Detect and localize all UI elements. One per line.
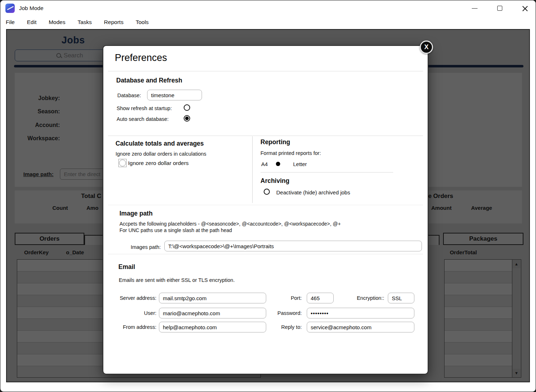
close-window-button[interactable] — [518, 3, 532, 14]
archiving-section-heading: Archiving — [260, 177, 290, 185]
reporting-description: Format printed reports for: — [260, 150, 321, 156]
user-input[interactable]: mario@acmephoto.com — [159, 308, 266, 318]
dialog-close-button[interactable]: X — [420, 41, 433, 54]
encryption-value: SSL — [392, 295, 402, 301]
port-value: 465 — [311, 295, 320, 301]
database-value: timestone — [151, 92, 174, 98]
reply-to-value: service@acmephoto.com — [311, 324, 371, 330]
divider — [260, 172, 393, 173]
reporting-section-heading: Reporting — [260, 138, 290, 146]
user-label: User: — [111, 310, 156, 316]
reply-to-label: Reply to: — [267, 324, 302, 330]
window-controls — [467, 0, 532, 16]
show-refresh-radio[interactable] — [184, 104, 190, 111]
database-input[interactable]: timestone — [147, 90, 202, 100]
password-label: Password: — [267, 310, 302, 316]
encryption-input[interactable]: SSL — [388, 293, 414, 303]
from-address-value: help@acmephoto.com — [163, 324, 217, 330]
from-address-input[interactable]: help@acmephoto.com — [159, 322, 266, 332]
preferences-dialog: X Preferences Database and Refresh Datab… — [103, 45, 428, 374]
totals-description: Ignore zero dollar orders in calculation… — [116, 151, 206, 157]
menu-tasks[interactable]: Tasks — [77, 19, 92, 25]
app-window: Job Mode File Edit Modes Tasks Reports T… — [0, 0, 536, 392]
checkbox-circle-icon — [119, 160, 126, 166]
divider — [108, 136, 423, 136]
port-input[interactable]: 465 — [307, 293, 334, 303]
auto-search-radio[interactable] — [184, 115, 190, 122]
ignore-zero-checkbox[interactable] — [118, 159, 127, 167]
from-address-label: From address: — [111, 324, 156, 330]
ignore-zero-label: Ignore zero dollar orders — [128, 160, 189, 166]
totals-section-heading: Calculate totals and averages — [116, 140, 204, 147]
deactivate-archived-label: Deactivate (hide) archived jobs — [276, 189, 350, 195]
title-bar: Job Mode — [0, 0, 536, 16]
divider — [108, 254, 423, 254]
menu-bar: File Edit Modes Tasks Reports Tools — [0, 16, 536, 28]
email-description: Emails are sent with either SSL or TLS e… — [119, 277, 235, 283]
password-value: •••••••• — [311, 310, 329, 316]
menu-reports[interactable]: Reports — [104, 19, 123, 25]
encryption-label: Encryption:: — [347, 295, 384, 301]
server-address-value: mail.smtp2go.com — [163, 295, 207, 301]
dialog-title: Preferences — [115, 52, 167, 63]
server-address-input[interactable]: mail.smtp2go.com — [159, 293, 266, 303]
show-refresh-label: Show refresh at startup: — [117, 105, 172, 111]
images-path-input[interactable]: T:\@<workspacecode>\@+\Images\Portraits — [164, 241, 422, 251]
port-label: Port: — [267, 295, 302, 301]
database-label: Database: — [117, 93, 141, 98]
a4-selected-dot[interactable] — [276, 162, 280, 166]
maximize-icon — [497, 6, 502, 11]
divider — [108, 205, 423, 205]
image-path-desc-1: Accpets the following placeholders - @<s… — [119, 221, 341, 227]
divider — [108, 71, 423, 71]
minimize-button[interactable] — [467, 3, 482, 14]
images-path-value: T:\@<workspacecode>\@+\Images\Portraits — [168, 243, 274, 249]
database-section-heading: Database and Refresh — [116, 77, 182, 84]
image-path-section-heading: Image path — [119, 210, 152, 217]
image-path-desc-2: For UNC paths use a single slash at the … — [119, 227, 232, 233]
option-letter-label[interactable]: Letter — [293, 161, 307, 167]
close-icon — [522, 5, 528, 11]
window-title: Job Mode — [19, 5, 43, 11]
images-path-label: Images path: — [123, 244, 161, 250]
server-address-label: Server address: — [111, 295, 156, 301]
minimize-icon — [472, 8, 478, 9]
vertical-divider — [252, 136, 253, 203]
app-icon — [5, 4, 15, 13]
password-input[interactable]: •••••••• — [307, 308, 414, 318]
email-section-heading: Email — [118, 263, 135, 271]
menu-tools[interactable]: Tools — [136, 19, 149, 25]
menu-modes[interactable]: Modes — [49, 19, 66, 25]
maximize-button[interactable] — [493, 3, 507, 14]
option-a4-label[interactable]: A4 — [261, 161, 268, 167]
menu-file[interactable]: File — [6, 19, 15, 25]
user-value: mario@acmephoto.com — [163, 310, 220, 316]
menu-edit[interactable]: Edit — [27, 19, 37, 25]
auto-search-label: Auto search database: — [117, 116, 169, 122]
deactivate-archived-radio[interactable] — [264, 189, 270, 195]
reply-to-input[interactable]: service@acmephoto.com — [307, 322, 414, 332]
